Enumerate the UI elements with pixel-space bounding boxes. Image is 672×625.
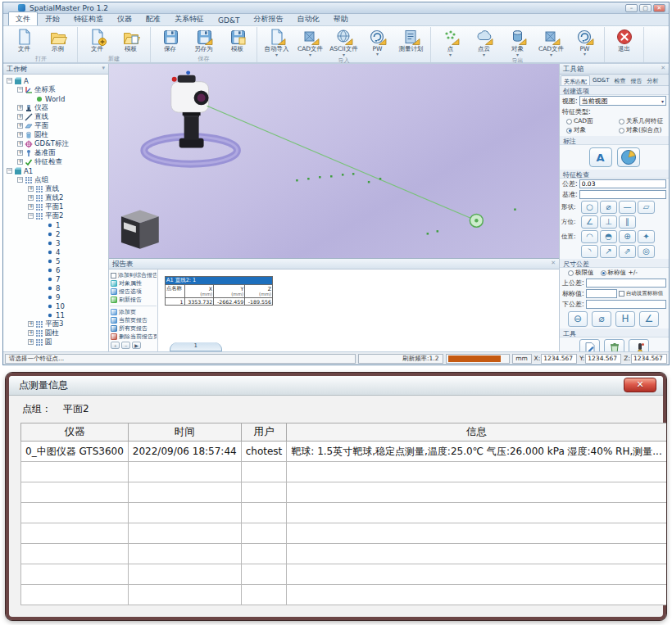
expand-icon[interactable]: + xyxy=(28,321,34,327)
probe-tool-button[interactable] xyxy=(629,339,649,351)
menu-tab-2[interactable]: 特征构造 xyxy=(67,12,110,25)
ribbon-button-new-file[interactable]: 文件 xyxy=(80,27,114,53)
menu-tab-6[interactable]: GD&T xyxy=(211,15,246,25)
feature-type-radio-3[interactable]: 对象(拟合点) xyxy=(619,126,667,134)
datum-input[interactable] xyxy=(579,190,666,199)
auto-nominal-checkbox[interactable] xyxy=(619,291,624,297)
gdt-symbol-button-1-2[interactable]: ∥ xyxy=(619,215,636,229)
gdt-symbol-button-1-0[interactable]: ∠ xyxy=(581,215,598,229)
report-sidebar-item-5[interactable]: 当前页报告 xyxy=(110,316,157,324)
toolbox-tab-2[interactable]: 检查 xyxy=(612,75,629,85)
ribbon-button-export-pw[interactable]: PW▾ xyxy=(568,27,602,56)
tree-node-圆柱[interactable]: +圆柱 xyxy=(3,130,108,139)
tree-node-4[interactable]: 4 xyxy=(3,247,108,256)
report-page-tab[interactable]: 1 xyxy=(170,342,222,351)
ribbon-button-save[interactable]: 保存 xyxy=(153,27,187,53)
tree-node-仪器[interactable]: +仪器 xyxy=(3,103,108,112)
panel-close-icon[interactable]: ✕ xyxy=(551,260,556,268)
dialog-close-button[interactable]: ✕ xyxy=(624,378,656,392)
menu-tab-0[interactable]: 文件 xyxy=(8,11,38,25)
dim-radio-0[interactable]: 极限值 xyxy=(568,269,594,277)
ribbon-button-new-template[interactable]: 模板 xyxy=(114,27,148,53)
expand-icon[interactable]: + xyxy=(17,141,23,147)
report-sidebar-item-4[interactable]: 添加页 xyxy=(110,308,157,316)
tree-node-World[interactable]: World xyxy=(3,94,108,103)
tree-node-7[interactable]: 7 xyxy=(3,274,108,283)
gdt-symbol-button-2-0[interactable]: ◠ xyxy=(581,230,598,243)
minimize-button[interactable]: – xyxy=(625,4,638,12)
toolbox-tab-3[interactable]: 报告 xyxy=(629,75,645,85)
tree-node-5[interactable]: 5 xyxy=(3,256,108,265)
ribbon-button-save-template[interactable]: 模板 xyxy=(220,27,254,53)
expand-icon[interactable]: + xyxy=(17,105,23,111)
tree-node-10[interactable]: 10 xyxy=(3,301,108,310)
toolbox-tab-1[interactable]: GD&T xyxy=(590,75,612,85)
tree-node-平面[interactable]: +平面 xyxy=(3,121,108,130)
feature-type-radio-1[interactable]: 关系几何特征 xyxy=(619,117,667,125)
collapse-icon[interactable]: − xyxy=(17,87,23,93)
tree-node-2[interactable]: 2 xyxy=(3,229,108,238)
ribbon-button-import-pw[interactable]: PW▾ xyxy=(361,27,394,56)
tree-node-6[interactable]: 6 xyxy=(3,265,108,274)
gdt-symbol-button-0-2[interactable]: — xyxy=(619,201,636,214)
report-sidebar-item-0[interactable]: 添加到综合报告 xyxy=(110,271,157,279)
ribbon-button-open-sample[interactable]: 示例 xyxy=(41,27,75,53)
dim-symbol-button-1[interactable]: ⌀ xyxy=(592,311,611,327)
gdt-symbol-button-3-1[interactable]: ↗ xyxy=(600,245,617,258)
recycle-button[interactable] xyxy=(604,339,624,351)
tree-node-1[interactable]: 1 xyxy=(3,220,108,229)
tree-node-平面2[interactable]: −平面2 xyxy=(3,211,108,220)
pager-button-0[interactable]: ＋ xyxy=(111,342,120,349)
ribbon-button-import-plan[interactable]: 测量计划 xyxy=(394,27,428,53)
tree-node-8[interactable]: 8 xyxy=(3,283,108,292)
tree-node-基准面[interactable]: +基准面 xyxy=(3,148,108,157)
expand-icon[interactable]: + xyxy=(17,150,23,156)
report-sidebar-item-2[interactable]: 报告选项 xyxy=(110,288,157,296)
gdt-symbol-button-3-0[interactable]: ◝ xyxy=(581,245,598,258)
tree-node-平面3[interactable]: +平面3 xyxy=(3,319,108,328)
gdt-symbol-button-2-3[interactable]: ✦ xyxy=(638,230,655,243)
expand-icon[interactable]: + xyxy=(17,114,23,120)
tree-node-特征检查[interactable]: +特征检查 xyxy=(3,157,108,166)
menu-tab-5[interactable]: 关系特征 xyxy=(168,12,211,25)
gdt-symbol-button-2-1[interactable]: ◓ xyxy=(600,230,617,243)
lower-tolerance-input[interactable] xyxy=(586,300,666,309)
gdt-symbol-button-0-1[interactable]: ⌀ xyxy=(600,201,617,214)
tree-node-9[interactable]: 9 xyxy=(3,292,108,301)
feature-type-radio-0[interactable]: CAD面 xyxy=(566,117,619,125)
gdt-symbol-button-2-2[interactable]: ⊕ xyxy=(619,230,636,243)
expand-icon[interactable]: + xyxy=(17,159,23,165)
dim-radio-1[interactable]: 标称值 +/- xyxy=(601,269,638,277)
tree-node-A1[interactable]: −A1 xyxy=(3,166,108,175)
ribbon-button-save-as[interactable]: 另存为 xyxy=(187,27,220,53)
tree-node-3[interactable]: 3 xyxy=(3,238,108,247)
dialog-title-bar[interactable]: 点测量信息 ✕ xyxy=(9,376,663,396)
report-item-checkbox[interactable] xyxy=(111,273,116,279)
tree-node-A[interactable]: −A xyxy=(3,76,108,85)
menu-tab-3[interactable]: 仪器 xyxy=(111,12,138,25)
menu-tab-9[interactable]: 帮助 xyxy=(326,12,354,25)
tree-node-11[interactable]: 11 xyxy=(3,310,108,319)
ribbon-button-open-file[interactable]: 文件 xyxy=(7,27,41,53)
ribbon-button-export-point[interactable]: 点▾ xyxy=(434,27,467,57)
dim-symbol-button-3[interactable]: ∠ xyxy=(639,311,659,327)
label-annotation-button[interactable]: A xyxy=(589,147,612,167)
expand-icon[interactable]: + xyxy=(28,195,34,201)
ribbon-button-export-cloud[interactable]: 点云▾ xyxy=(467,27,501,57)
gdt-symbol-button-3-3[interactable]: ◎ xyxy=(638,245,655,258)
report-sidebar-item-1[interactable]: 对象属性 xyxy=(110,279,157,288)
panel-close-icon[interactable]: ✕ xyxy=(661,65,665,73)
ribbon-button-exit[interactable]: 退出 xyxy=(607,27,641,53)
collapse-icon[interactable]: − xyxy=(28,213,34,219)
nominal-input[interactable] xyxy=(586,289,617,298)
status-unit[interactable]: mm xyxy=(512,354,532,364)
collapse-icon[interactable]: − xyxy=(17,177,23,183)
tree-node-直线[interactable]: +直线 xyxy=(3,184,108,193)
tree-node-直线2[interactable]: +直线2 xyxy=(3,193,108,202)
tree-node-坐标系[interactable]: −坐标系 xyxy=(3,85,108,94)
expand-icon[interactable]: + xyxy=(28,186,34,192)
report-sidebar-item-7[interactable]: 删除当前报告页 xyxy=(110,333,157,341)
tree-node-点组[interactable]: −点组 xyxy=(3,175,108,184)
menu-tab-8[interactable]: 自动化 xyxy=(290,12,325,25)
pager-button-2[interactable]: ▶ xyxy=(132,342,141,349)
